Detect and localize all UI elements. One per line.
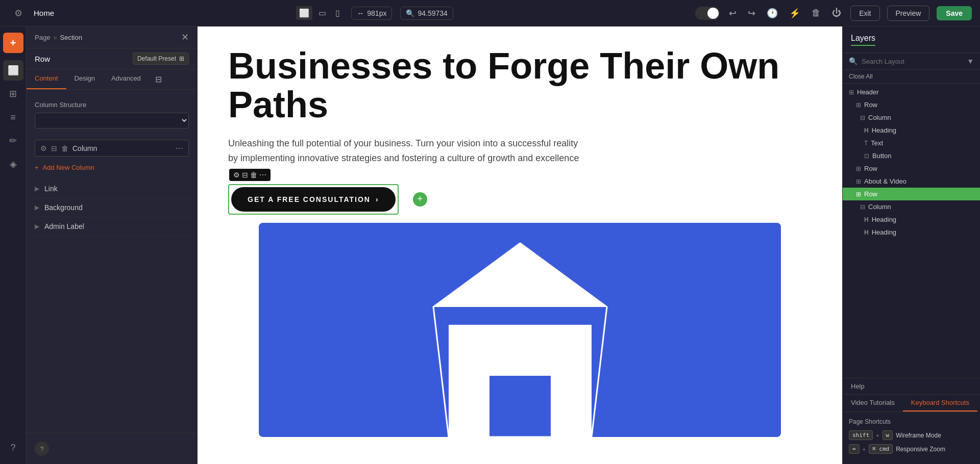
exit-button[interactable]: Exit: [850, 6, 879, 21]
cta-button-arrow-icon: ›: [376, 195, 379, 203]
hero-subtext: Unleashing the full potential of your bu…: [228, 136, 585, 166]
preview-button[interactable]: Preview: [887, 6, 930, 21]
hero-text-section: Businesses to Forge Their Own Paths Unle…: [198, 27, 842, 176]
layers-tree: ⊞ Header ⊞ Row ⊟ Column H Heading: [843, 84, 980, 378]
redo-button[interactable]: ↪: [746, 6, 757, 21]
cta-gear-icon[interactable]: ⚙: [233, 171, 240, 179]
px-value: 981px: [367, 9, 386, 17]
tree-item-heading2[interactable]: H Heading: [843, 213, 980, 226]
keyboard-shortcuts-tab[interactable]: Keyboard Shortcuts: [903, 395, 977, 411]
column-bar: ⚙ ⊟ 🗑 Column ⋯: [35, 140, 189, 157]
preset-dropdown[interactable]: Default Preset ⊞: [133, 53, 189, 65]
tree-item-row1[interactable]: ⊞ Row: [843, 98, 980, 111]
cta-column: ⚙ ⊟ 🗑 ⋯ GET A FREE CONSULTATION ›: [228, 184, 399, 215]
tree-item-heading3[interactable]: H Heading: [843, 226, 980, 239]
tree-icon-text1: T: [864, 140, 868, 147]
main-area: + ⬜ ⊞ ≡ ✏ ◈ ? Page » Section ✕ Row Defau…: [0, 27, 980, 464]
cta-trash-icon[interactable]: 🗑: [250, 171, 257, 179]
add-element-button[interactable]: +: [3, 33, 23, 53]
tree-icon-row2: ⊞: [856, 165, 861, 172]
preset-chevron-icon: ⊞: [179, 55, 184, 62]
tree-label-row3: Row: [864, 190, 877, 198]
tree-item-button1[interactable]: ⊡ Button: [843, 149, 980, 162]
canvas[interactable]: Businesses to Forge Their Own Paths Unle…: [198, 27, 842, 464]
layers-icon[interactable]: ≡: [3, 107, 23, 127]
cta-copy-icon[interactable]: ⊟: [242, 171, 248, 179]
shapes-icon[interactable]: ◈: [3, 154, 23, 174]
breadcrumb-separator: »: [53, 34, 57, 41]
wireframe-label: Wireframe Mode: [896, 432, 941, 439]
column-structure-dropdown[interactable]: [35, 113, 189, 128]
link-section[interactable]: ▶ Link: [27, 179, 197, 198]
panel-close-button[interactable]: ✕: [181, 32, 189, 43]
desktop-button[interactable]: ⬜: [296, 6, 312, 20]
tree-item-column1[interactable]: ⊟ Column: [843, 111, 980, 124]
tab-design[interactable]: Design: [66, 69, 103, 89]
cta-button-label: GET A FREE CONSULTATION: [248, 195, 371, 203]
cta-button[interactable]: GET A FREE CONSULTATION ›: [231, 187, 396, 212]
cta-dots-icon[interactable]: ⋯: [259, 171, 266, 179]
topbar-left: ⚙ Home: [8, 3, 54, 23]
page-shortcuts-title: Page Shortcuts: [849, 418, 974, 425]
kbd-w: w: [883, 430, 893, 440]
px-indicator[interactable]: ↔ 981px: [351, 7, 392, 20]
responsive-zoom-label: Responsive Zoom: [896, 446, 945, 453]
admin-label-chevron-icon: ▶: [35, 223, 39, 230]
help-button[interactable]: ?: [35, 442, 49, 456]
tablet-button[interactable]: ▭: [315, 6, 329, 20]
help-icon-strip[interactable]: ?: [3, 437, 23, 458]
power-button[interactable]: ⏻: [830, 6, 843, 20]
add-column-button[interactable]: + Add New Column: [35, 161, 189, 174]
tree-item-text1[interactable]: T Text: [843, 137, 980, 149]
pages-icon[interactable]: ⬜: [3, 60, 23, 81]
tree-item-row3-active[interactable]: ⊞ Row: [843, 188, 980, 200]
modules-icon[interactable]: ⊞: [3, 84, 23, 104]
tree-item-header[interactable]: ⊞ Header: [843, 86, 980, 98]
gear-icon[interactable]: ⚙: [8, 3, 29, 23]
history-button[interactable]: 🕐: [765, 6, 780, 21]
column-name: Column: [72, 144, 97, 152]
tree-icon-heading2: H: [864, 216, 869, 223]
help-body: Page Shortcuts shift + w Wireframe Mode …: [843, 412, 980, 464]
tab-advanced[interactable]: Advanced: [103, 69, 149, 89]
delete-button[interactable]: 🗑: [810, 6, 823, 20]
tree-item-row2[interactable]: ⊞ Row: [843, 162, 980, 175]
pen-icon[interactable]: ✏: [3, 131, 23, 151]
tree-item-column2[interactable]: ⊟ Column: [843, 200, 980, 213]
topbar: ⚙ Home ⬜ ▭ ▯ ↔ 981px 🔍 94.59734 ↩ ↪ 🕐 ⚡ …: [0, 0, 980, 27]
filter-icon[interactable]: ▼: [967, 57, 974, 65]
add-column-canvas-button[interactable]: +: [413, 192, 427, 207]
hero-heading: Businesses to Forge Their Own Paths: [228, 47, 812, 124]
tree-item-about-video[interactable]: ⊞ About & Video: [843, 175, 980, 188]
undo-button[interactable]: ↩: [727, 6, 739, 21]
device-switcher: ⬜ ▭ ▯: [296, 6, 343, 20]
background-section[interactable]: ▶ Background: [27, 198, 197, 217]
row-label: Row: [35, 55, 50, 63]
search-icon: 🔍: [849, 57, 857, 65]
zoom-indicator[interactable]: 🔍 94.59734: [400, 7, 453, 20]
close-all-button[interactable]: Close All: [843, 70, 980, 84]
house-svg: [418, 223, 622, 437]
shortcut-wireframe: shift + w Wireframe Mode: [849, 430, 974, 440]
left-panel: Page » Section ✕ Row Default Preset ⊞ Co…: [27, 27, 198, 464]
row-header: Row Default Preset ⊞: [27, 48, 197, 69]
panel-header: Page » Section ✕: [27, 27, 197, 48]
search-input[interactable]: [862, 58, 963, 65]
kbd-cmd: ⌘ cmd: [869, 444, 893, 454]
tree-item-heading1[interactable]: H Heading: [843, 124, 980, 137]
column-dots-button[interactable]: ⋯: [175, 143, 183, 153]
video-tutorials-tab[interactable]: Video Tutorials: [843, 395, 903, 411]
tab-content[interactable]: Content: [27, 69, 66, 89]
tab-icon-button[interactable]: ⊟: [149, 69, 168, 89]
admin-label-section[interactable]: ▶ Admin Label: [27, 217, 197, 236]
help-tab-label[interactable]: Help: [843, 378, 873, 394]
tree-icon-row1: ⊞: [856, 101, 861, 109]
dark-mode-toggle[interactable]: [695, 7, 720, 20]
mobile-button[interactable]: ▯: [332, 6, 343, 20]
topbar-right: ↩ ↪ 🕐 ⚡ 🗑 ⏻ Exit Preview Save: [695, 6, 972, 21]
topbar-center: ⬜ ▭ ▯ ↔ 981px 🔍 94.59734: [60, 6, 689, 20]
save-button[interactable]: Save: [937, 6, 972, 20]
cta-toolbar: ⚙ ⊟ 🗑 ⋯: [229, 169, 271, 181]
settings-button[interactable]: ⚡: [787, 6, 802, 21]
kbd-plus2: +: [863, 446, 866, 452]
